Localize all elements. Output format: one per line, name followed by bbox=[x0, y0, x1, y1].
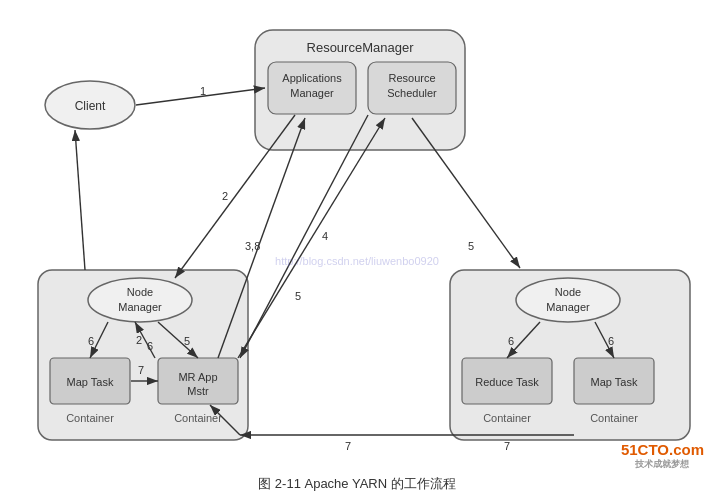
arrow-label-6d: 6 bbox=[608, 335, 614, 347]
svg-line-18 bbox=[75, 130, 85, 270]
svg-line-19 bbox=[218, 118, 305, 358]
arrow-label-1: 1 bbox=[200, 85, 206, 97]
svg-text:Scheduler: Scheduler bbox=[387, 87, 437, 99]
arrow-label-6b: 5 bbox=[184, 335, 190, 347]
arrow-label-2b: 2 bbox=[136, 334, 142, 346]
arrow-label-5b: 5 bbox=[295, 290, 301, 302]
nm-right-label1: Node bbox=[555, 286, 581, 298]
logo-sub-text: 技术成就梦想 bbox=[621, 458, 704, 471]
apps-manager-label: Applications bbox=[282, 72, 342, 84]
resource-scheduler-label: Resource bbox=[388, 72, 435, 84]
arrow-label-7c: 7 bbox=[504, 440, 510, 452]
svg-point-9 bbox=[88, 278, 192, 322]
mr-app-mstr-label2: Mstr bbox=[187, 385, 209, 397]
reduce-task-label: Reduce Task bbox=[475, 376, 539, 388]
arrow-label-38: 3,8 bbox=[245, 240, 260, 252]
container-label-4: Container bbox=[590, 412, 638, 424]
arrow-label-5a: 5 bbox=[468, 240, 474, 252]
arrow-label-4: 4 bbox=[322, 230, 328, 242]
svg-text:Manager: Manager bbox=[290, 87, 334, 99]
diagram-container: ResourceManager Applications Manager Res… bbox=[0, 0, 714, 501]
caption: 图 2-11 Apache YARN 的工作流程 bbox=[0, 475, 714, 493]
caption-text: 图 2-11 Apache YARN 的工作流程 bbox=[258, 476, 455, 491]
svg-point-13 bbox=[516, 278, 620, 322]
svg-line-21 bbox=[412, 118, 520, 268]
rm-title: ResourceManager bbox=[307, 40, 415, 55]
arrow-label-7b: 7 bbox=[345, 440, 351, 452]
client-label: Client bbox=[75, 99, 106, 113]
arrow-label-2: 2 bbox=[222, 190, 228, 202]
arrow-label-6c: 6 bbox=[508, 335, 514, 347]
logo-text: 51CTO.com bbox=[621, 441, 704, 458]
svg-line-20 bbox=[238, 118, 385, 358]
container-label-2: Container bbox=[174, 412, 222, 424]
nm-left-label1: Node bbox=[127, 286, 153, 298]
container-label-3: Container bbox=[483, 412, 531, 424]
diagram-svg: ResourceManager Applications Manager Res… bbox=[0, 0, 714, 501]
container-label-1: Container bbox=[66, 412, 114, 424]
logo-51cto: 51CTO.com 技术成就梦想 bbox=[621, 441, 704, 471]
nm-right-label2: Manager bbox=[546, 301, 590, 313]
map-task-label: Map Task bbox=[67, 376, 114, 388]
watermark-text: http://blog.csdn.net/liuwenbo0920 bbox=[275, 255, 439, 267]
label-6-between: 6 bbox=[147, 340, 153, 352]
arrow-label-7a: 7 bbox=[138, 364, 144, 376]
map-task-right-label: Map Task bbox=[591, 376, 638, 388]
mr-app-mstr-label1: MR App bbox=[178, 371, 217, 383]
svg-line-22 bbox=[240, 115, 368, 358]
nm-left-label2: Manager bbox=[118, 301, 162, 313]
arrow-label-6a: 6 bbox=[88, 335, 94, 347]
